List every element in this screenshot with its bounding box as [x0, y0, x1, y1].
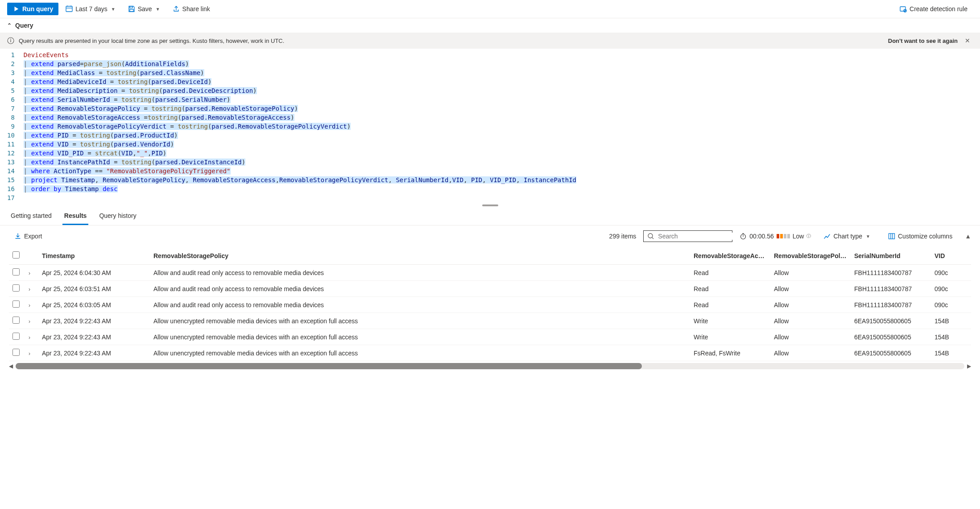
row-checkbox[interactable] — [12, 349, 20, 356]
svg-rect-12 — [10, 40, 11, 42]
columns-icon — [888, 233, 895, 240]
expand-row-icon[interactable]: › — [29, 302, 30, 309]
table-row[interactable]: ›Apr 25, 2024 6:03:05 AMAllow and audit … — [9, 297, 971, 313]
cell-access: Write — [690, 329, 770, 345]
cell-vid: 154B — [931, 313, 971, 329]
table-row[interactable]: ›Apr 25, 2024 6:04:30 AMAllow and audit … — [9, 265, 971, 281]
row-checkbox[interactable] — [12, 284, 20, 292]
row-checkbox[interactable] — [12, 300, 20, 308]
scroll-bumper-up[interactable]: ▲ — [965, 233, 971, 240]
table-row[interactable]: ›Apr 23, 2024 9:22:43 AMAllow unencrypte… — [9, 329, 971, 345]
select-all-header[interactable] — [9, 247, 25, 265]
time-range-label: Last 7 days — [75, 5, 108, 13]
row-checkbox[interactable] — [12, 333, 20, 340]
cell-verdict: Allow — [770, 281, 851, 297]
query-section-header: ⌃ Query — [0, 18, 980, 33]
cell-timestamp: Apr 23, 2024 9:22:43 AM — [38, 345, 150, 361]
scrollbar-track[interactable] — [16, 363, 964, 369]
duration-value: 00:00.56 — [749, 233, 774, 240]
run-query-button[interactable]: Run query — [7, 3, 58, 15]
save-icon — [128, 5, 135, 13]
cell-verdict: Allow — [770, 313, 851, 329]
chart-type-label: Chart type — [833, 233, 862, 240]
export-button[interactable]: Export — [9, 230, 47, 242]
svg-line-14 — [652, 238, 653, 239]
banner-message: Query results are presented in your loca… — [19, 38, 884, 44]
share-icon — [173, 5, 180, 13]
perf-bars-icon — [777, 234, 790, 238]
scroll-right-icon[interactable]: ▶ — [967, 363, 971, 369]
query-toolbar: Run query Last 7 days ▼ Save ▼ Share lin… — [0, 0, 980, 18]
row-checkbox[interactable] — [12, 268, 20, 275]
tab-query-history[interactable]: Query history — [97, 209, 138, 225]
save-label: Save — [138, 5, 152, 13]
line-gutter: 1234567891011121314151617 — [5, 50, 24, 202]
expand-row-icon[interactable]: › — [29, 270, 30, 276]
table-row[interactable]: ›Apr 23, 2024 9:22:43 AMAllow unencrypte… — [9, 313, 971, 329]
chevron-up-icon[interactable]: ⌃ — [7, 22, 12, 29]
close-icon[interactable]: ✕ — [962, 37, 973, 44]
perf-label: Low — [793, 233, 804, 240]
download-icon — [14, 233, 21, 240]
cell-access: FsRead, FsWrite — [690, 345, 770, 361]
cell-timestamp: Apr 25, 2024 6:03:05 AM — [38, 297, 150, 313]
row-checkbox[interactable] — [12, 317, 20, 324]
svg-rect-18 — [889, 234, 894, 239]
cell-serial: FBH1111183400787 — [851, 265, 931, 281]
customize-columns-button[interactable]: Customize columns — [883, 230, 958, 242]
detection-rule-icon — [900, 5, 907, 13]
query-performance: 00:00.56 Low ⓘ — [740, 233, 811, 240]
results-table-wrap: Timestamp RemovableStoragePolicy Removab… — [0, 247, 980, 361]
col-policy[interactable]: RemovableStoragePolicy — [150, 247, 690, 265]
tab-results[interactable]: Results — [62, 209, 89, 225]
svg-rect-0 — [66, 6, 72, 12]
scroll-left-icon[interactable]: ◀ — [9, 363, 13, 369]
grip-icon — [482, 204, 498, 206]
cell-vid: 090c — [931, 265, 971, 281]
create-detection-rule-button[interactable]: Create detection rule — [894, 3, 973, 15]
cell-vid: 154B — [931, 329, 971, 345]
scrollbar-thumb[interactable] — [16, 363, 642, 369]
col-serial[interactable]: SerialNumberId — [851, 247, 931, 265]
create-rule-label: Create detection rule — [910, 5, 968, 13]
expand-row-icon[interactable]: › — [29, 350, 30, 357]
banner-dismiss-link[interactable]: Don't want to see it again — [888, 38, 958, 44]
cell-verdict: Allow — [770, 265, 851, 281]
cell-timestamp: Apr 25, 2024 6:04:30 AM — [38, 265, 150, 281]
calendar-icon — [66, 5, 73, 13]
code-area[interactable]: DeviceEvents| extend parsed=parse_json(A… — [24, 50, 980, 202]
cell-timestamp: Apr 25, 2024 6:03:51 AM — [38, 281, 150, 297]
expand-row-icon[interactable]: › — [29, 286, 30, 292]
export-label: Export — [24, 233, 42, 240]
tab-getting-started[interactable]: Getting started — [9, 209, 54, 225]
cell-policy: Allow unencrypted removable media device… — [150, 313, 690, 329]
cell-verdict: Allow — [770, 297, 851, 313]
save-button[interactable]: Save ▼ — [123, 3, 165, 15]
expand-row-icon[interactable]: › — [29, 318, 30, 325]
time-range-picker[interactable]: Last 7 days ▼ — [60, 3, 121, 15]
select-all-checkbox[interactable] — [12, 251, 20, 259]
info-icon — [7, 37, 14, 44]
results-tabs: Getting started Results Query history — [0, 207, 980, 225]
table-row[interactable]: ›Apr 23, 2024 9:22:43 AMAllow unencrypte… — [9, 345, 971, 361]
horizontal-scrollbar[interactable]: ◀ ▶ — [0, 361, 980, 371]
col-timestamp[interactable]: Timestamp — [38, 247, 150, 265]
query-editor[interactable]: 1234567891011121314151617 DeviceEvents| … — [0, 49, 980, 204]
chart-type-button[interactable]: Chart type ▼ — [818, 230, 876, 242]
search-input[interactable] — [658, 233, 736, 240]
query-section-title: Query — [15, 22, 33, 29]
run-query-label: Run query — [22, 5, 53, 13]
col-vid[interactable]: VID — [931, 247, 971, 265]
cell-serial: FBH1111183400787 — [851, 281, 931, 297]
table-row[interactable]: ›Apr 25, 2024 6:03:51 AMAllow and audit … — [9, 281, 971, 297]
col-verdict[interactable]: RemovableStoragePolicyVer... — [770, 247, 851, 265]
svg-rect-4 — [130, 6, 132, 8]
expand-row-icon[interactable]: › — [29, 334, 30, 341]
svg-rect-5 — [130, 9, 133, 12]
info-icon[interactable]: ⓘ — [806, 233, 811, 239]
share-link-button[interactable]: Share link — [167, 3, 215, 15]
chevron-down-icon: ▼ — [866, 234, 870, 239]
cell-policy: Allow and audit read only access to remo… — [150, 265, 690, 281]
search-input-wrap[interactable] — [643, 230, 732, 242]
col-access[interactable]: RemovableStorageAccess — [690, 247, 770, 265]
